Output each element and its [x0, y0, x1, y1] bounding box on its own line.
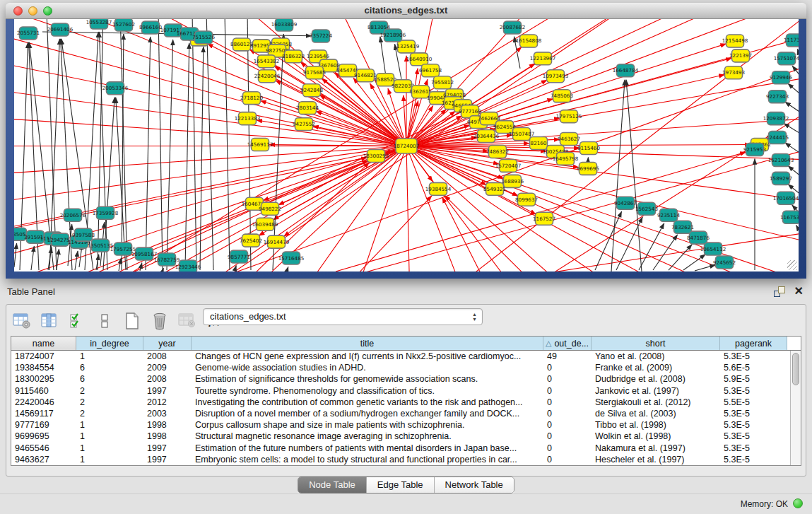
table-selector-dropdown[interactable]: citations_edges.txt ▲▼: [203, 308, 483, 325]
table-cell: 5.6E-5: [720, 362, 787, 373]
delete-table-icon[interactable]: [177, 312, 196, 331]
table-cell: Nakamura et al. (1997): [592, 443, 720, 454]
network-node-label: 19384554: [425, 186, 452, 192]
table-row[interactable]: 1830029562008Estimation of significance …: [11, 373, 790, 385]
table-cell: 5.3E-5: [720, 351, 787, 362]
table-cell: 22420046: [11, 397, 76, 408]
network-node-label: 1221397: [729, 52, 752, 59]
column-header-title[interactable]: title: [192, 337, 543, 350]
network-node-label: 9427552: [293, 121, 315, 127]
table-cell: 1: [76, 351, 143, 362]
table-mode-icon[interactable]: [12, 312, 31, 331]
table-row[interactable]: 1456911722003Disruption of a novel membe…: [11, 408, 790, 419]
table-row[interactable]: 977716911998Corpus callosum shape and si…: [11, 419, 790, 431]
network-node-label: 1362615: [409, 88, 432, 95]
table-cell: 1: [76, 443, 143, 454]
column-header-in_degree[interactable]: in_degree: [76, 337, 143, 350]
close-window-button[interactable]: [13, 6, 23, 16]
network-node-label: 20053346: [102, 85, 129, 91]
table-header-row: namein_degreeyeartitle△out_de...shortpag…: [11, 337, 801, 351]
table-row[interactable]: 2242004622012Investigating the contribut…: [11, 397, 790, 408]
window-titlebar[interactable]: citations_edges.txt: [6, 3, 806, 19]
network-edge: [14, 33, 406, 146]
column-header-year[interactable]: year: [143, 337, 192, 350]
table-cell: 9115460: [11, 385, 76, 397]
tab-node-table[interactable]: Node Table: [298, 477, 366, 493]
network-node-label: 9242848: [300, 87, 323, 93]
network-node-label: 20691406: [47, 26, 73, 33]
table-row[interactable]: 969969511998Structural magnetic resonanc…: [11, 431, 790, 442]
network-node-label: 12154498: [722, 37, 748, 44]
network-edge: [406, 146, 579, 271]
table-row[interactable]: 1938455462009Genome-wide association stu…: [11, 362, 790, 373]
table-row[interactable]: 946554611997Estimation of the future num…: [11, 443, 790, 454]
network-node-label: 7625402: [240, 238, 262, 244]
column-header-out_de[interactable]: △out_de...: [543, 337, 592, 350]
network-node-label: 16495798: [553, 156, 579, 162]
network-edge: [683, 255, 705, 270]
table-row[interactable]: 1872400712008Changes of HCN gene express…: [11, 351, 790, 362]
table-cell: 49: [543, 351, 592, 362]
network-edge: [200, 47, 204, 270]
table-row[interactable]: 911546021997Tourette syndrome. Phenomeno…: [11, 385, 790, 397]
table-tabbar: Node Table Edge Table Network Table: [0, 477, 812, 493]
network-node-label: 10553287: [86, 19, 112, 25]
network-edge: [287, 267, 288, 271]
network-node-label: 18300295: [363, 153, 389, 159]
canvas-resize-grip[interactable]: [787, 260, 797, 270]
float-panel-icon[interactable]: [774, 286, 785, 297]
network-node-label: 8966160: [139, 24, 162, 30]
table-body: 1872400712008Changes of HCN gene express…: [11, 351, 790, 465]
table-cell: 5.3E-5: [720, 454, 787, 465]
zoom-window-button[interactable]: [43, 6, 52, 16]
network-edge: [57, 249, 59, 270]
network-canvas[interactable]: 1872400774638228860123891295482260589827…: [14, 19, 799, 271]
column-header-short[interactable]: short: [592, 337, 720, 350]
scrollbar-thumb[interactable]: [792, 353, 799, 385]
tab-edge-table[interactable]: Edge Table: [366, 477, 434, 493]
table-cell: 0: [543, 443, 592, 454]
column-header-pagerank[interactable]: pagerank: [720, 337, 787, 350]
network-node-label: 7832621: [671, 224, 694, 230]
network-edge: [784, 123, 799, 133]
network-node-label: 1588520: [374, 76, 396, 83]
column-header-name[interactable]: name: [11, 337, 76, 350]
table-vertical-scrollbar[interactable]: [790, 351, 801, 465]
table-cell: 5.3E-5: [720, 431, 787, 442]
table-cell: Franke et al. (2009): [592, 362, 720, 373]
table-cell: 0: [543, 454, 592, 465]
network-edge: [276, 81, 406, 146]
table-selector-value: citations_edges.txt: [210, 311, 286, 322]
network-edge: [406, 146, 799, 245]
network-node-label: 10507487: [509, 131, 535, 137]
network-node-label: 9115460: [577, 145, 600, 151]
table-cell: 2012: [143, 397, 192, 408]
network-node-label: 12923446: [175, 264, 201, 270]
table-cell: 1: [76, 454, 143, 465]
table-cell: 1: [76, 419, 143, 431]
create-column-icon[interactable]: [122, 312, 141, 331]
network-node-label: 9042867: [614, 200, 637, 206]
network-node-label: 12213967: [530, 55, 556, 62]
select-all-columns-icon[interactable]: [67, 312, 86, 331]
delete-columns-icon[interactable]: [150, 312, 169, 331]
memory-status-indicator[interactable]: [793, 498, 803, 508]
network-edge: [442, 197, 495, 271]
network-node-label: 16648784: [613, 67, 639, 74]
table-cell: 5.3E-5: [720, 443, 787, 454]
network-window: citations_edges.txt 18724007746382288601…: [6, 3, 806, 279]
table-cell: 9777169: [11, 419, 76, 431]
minimize-window-button[interactable]: [28, 6, 37, 16]
nodes-layer: 1872400774638228860123891295482260589827…: [14, 19, 799, 271]
row-height-icon[interactable]: [95, 312, 114, 331]
table-panel-title: Table Panel: [7, 286, 55, 297]
show-columns-icon[interactable]: [40, 312, 59, 331]
tab-network-table[interactable]: Network Table: [434, 477, 514, 493]
close-panel-icon[interactable]: ✕: [794, 284, 804, 298]
network-node-label: 17975125: [556, 113, 582, 119]
table-row[interactable]: 946362711997Embryonic stem cells: a mode…: [11, 454, 790, 465]
network-node-label: 1973493: [722, 69, 745, 76]
table-cell: 18300295: [11, 373, 76, 385]
table-cell: Changes of HCN gene expression and I(f) …: [192, 351, 543, 362]
network-edge: [283, 146, 406, 236]
